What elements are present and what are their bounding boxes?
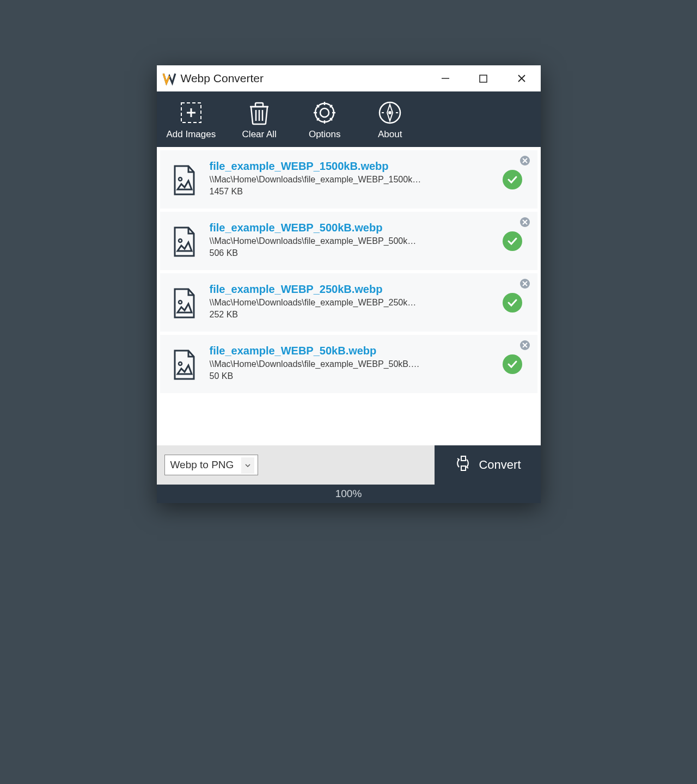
file-row[interactable]: file_example_WEBP_50kB.webp \\Mac\Home\D…	[160, 335, 537, 393]
file-size: 252 KB	[210, 310, 503, 320]
remove-file-button[interactable]	[520, 217, 530, 227]
file-path: \\Mac\Home\Downloads\file_example_WEBP_2…	[210, 298, 422, 308]
progress-text: 100%	[335, 488, 362, 500]
svg-point-19	[179, 239, 182, 242]
file-row[interactable]: file_example_WEBP_250kB.webp \\Mac\Home\…	[160, 273, 537, 332]
format-select[interactable]: Webp to PNG	[164, 455, 258, 475]
toolbar-label: Add Images	[167, 129, 216, 140]
file-name: file_example_WEBP_1500kB.webp	[210, 160, 503, 173]
toolbar-label: Clear All	[242, 129, 277, 140]
app-window: Webp Converter Add Images	[157, 65, 541, 503]
add-images-button[interactable]: Add Images	[167, 99, 216, 140]
toolbar: Add Images Clear All	[157, 91, 541, 147]
maximize-button[interactable]	[464, 65, 503, 91]
progress-bar: 100%	[157, 485, 541, 503]
svg-point-25	[179, 362, 182, 365]
image-file-icon	[172, 349, 197, 381]
remove-file-button[interactable]	[520, 340, 530, 350]
titlebar: Webp Converter	[157, 65, 541, 91]
svg-point-10	[320, 108, 329, 117]
bottom-bar: Webp to PNG Convert	[157, 445, 541, 485]
image-file-icon	[172, 226, 197, 258]
file-size: 506 KB	[210, 248, 503, 258]
trash-icon	[245, 99, 273, 127]
status-success-icon	[503, 170, 522, 189]
image-file-icon	[172, 164, 197, 196]
toolbar-label: About	[378, 129, 402, 140]
file-path: \\Mac\Home\Downloads\file_example_WEBP_1…	[210, 175, 422, 185]
file-row[interactable]: file_example_WEBP_500kB.webp \\Mac\Home\…	[160, 212, 537, 270]
convert-icon	[454, 454, 472, 476]
file-size: 1457 KB	[210, 187, 503, 197]
remove-file-button[interactable]	[520, 279, 530, 289]
minimize-button[interactable]	[426, 65, 464, 91]
file-info: file_example_WEBP_250kB.webp \\Mac\Home\…	[210, 283, 503, 320]
gear-icon	[310, 99, 339, 127]
image-file-icon	[172, 287, 197, 319]
toolbar-label: Options	[309, 129, 341, 140]
convert-label: Convert	[479, 458, 521, 472]
file-name: file_example_WEBP_500kB.webp	[210, 222, 503, 234]
status-success-icon	[503, 293, 522, 313]
add-images-icon	[177, 99, 205, 127]
app-title: Webp Converter	[181, 72, 264, 85]
file-info: file_example_WEBP_50kB.webp \\Mac\Home\D…	[210, 345, 503, 381]
svg-point-11	[315, 103, 334, 122]
svg-rect-1	[480, 75, 487, 82]
svg-rect-28	[461, 456, 466, 461]
file-name: file_example_WEBP_250kB.webp	[210, 283, 503, 296]
file-info: file_example_WEBP_1500kB.webp \\Mac\Home…	[210, 160, 503, 197]
status-success-icon	[503, 231, 522, 251]
file-info: file_example_WEBP_500kB.webp \\Mac\Home\…	[210, 222, 503, 258]
file-list: file_example_WEBP_1500kB.webp \\Mac\Home…	[157, 150, 541, 445]
file-path: \\Mac\Home\Downloads\file_example_WEBP_5…	[210, 359, 422, 369]
svg-point-16	[179, 177, 182, 181]
svg-point-22	[179, 301, 182, 304]
options-button[interactable]: Options	[303, 99, 346, 140]
close-button[interactable]	[503, 65, 541, 91]
chevron-down-icon	[241, 457, 254, 474]
file-size: 50 KB	[210, 371, 503, 381]
convert-button[interactable]: Convert	[435, 445, 541, 485]
svg-rect-29	[461, 466, 466, 470]
file-row[interactable]: file_example_WEBP_1500kB.webp \\Mac\Home…	[160, 150, 537, 209]
svg-point-13	[388, 111, 392, 114]
app-logo-icon	[162, 71, 176, 85]
file-name: file_example_WEBP_50kB.webp	[210, 345, 503, 357]
file-path: \\Mac\Home\Downloads\file_example_WEBP_5…	[210, 236, 422, 246]
compass-icon	[376, 99, 404, 127]
status-success-icon	[503, 354, 522, 374]
format-selected-label: Webp to PNG	[170, 459, 234, 471]
clear-all-button[interactable]: Clear All	[237, 99, 281, 140]
remove-file-button[interactable]	[520, 156, 530, 166]
about-button[interactable]: About	[368, 99, 412, 140]
